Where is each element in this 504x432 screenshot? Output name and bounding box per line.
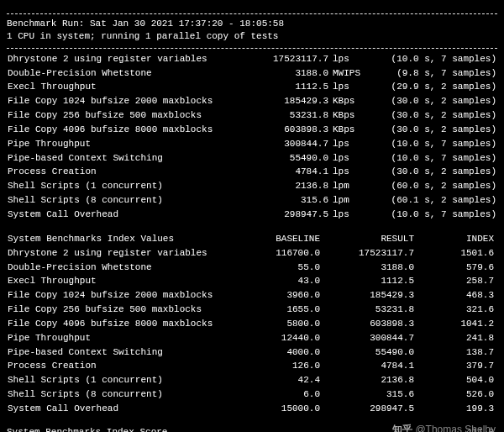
- index-table: System Benchmarks Index Values BASELINE …: [7, 232, 497, 416]
- index-baseline: 3960.0: [244, 288, 321, 303]
- result-unit: lps: [329, 137, 370, 151]
- index-baseline: 12440.0: [244, 331, 321, 345]
- results-row: Double-Precision Whetstone3188.0MWIPS(9.…: [7, 66, 497, 81]
- result-value: 315.6: [244, 193, 329, 208]
- divider: [7, 13, 497, 14]
- result-value: 4784.1: [244, 165, 329, 179]
- index-index: 199.3: [415, 402, 497, 416]
- index-index: 504.0: [415, 373, 497, 387]
- index-index: 258.7: [415, 274, 497, 288]
- index-baseline: 5800.0: [244, 317, 321, 331]
- index-name: Process Creation: [7, 359, 244, 373]
- results-row: Shell Scripts (1 concurrent)2136.8lpm(60…: [7, 179, 497, 193]
- result-note: (10.0 s, 7 samples): [370, 151, 497, 166]
- result-value: 3188.0: [244, 66, 329, 81]
- results-row: File Copy 256 bufsize 500 maxblocks53231…: [7, 108, 497, 123]
- index-row: Process Creation126.04784.1379.7: [7, 359, 497, 373]
- result-note: (30.0 s, 2 samples): [370, 123, 497, 137]
- index-result: 3188.0: [321, 261, 415, 275]
- index-name: Execl Throughput: [7, 274, 244, 288]
- index-result: 4784.1: [321, 359, 415, 373]
- index-name: Pipe-based Context Switching: [7, 345, 244, 360]
- index-result: 315.6: [321, 387, 415, 402]
- index-result: 185429.3: [321, 288, 415, 303]
- index-row: Pipe Throughput12440.0300844.7241.8: [7, 331, 497, 345]
- result-unit: lps: [329, 80, 370, 94]
- index-name: Double-Precision Whetstone: [7, 261, 244, 275]
- index-row: Pipe-based Context Switching4000.055490.…: [7, 345, 497, 360]
- result-unit: KBps: [329, 108, 370, 123]
- result-note: (60.0 s, 2 samples): [370, 179, 497, 193]
- result-unit: lpm: [329, 193, 370, 208]
- index-result: 300844.7: [321, 331, 415, 345]
- index-header-result: RESULT: [321, 232, 415, 246]
- divider: [7, 48, 497, 49]
- index-result: 53231.8: [321, 303, 415, 317]
- index-result: 1112.5: [321, 274, 415, 288]
- score-label: System Benchmarks Index Score: [7, 426, 242, 432]
- index-result: 603898.3: [321, 317, 415, 331]
- results-row: Shell Scripts (8 concurrent)315.6lpm(60.…: [7, 193, 497, 208]
- result-name: Double-Precision Whetstone: [7, 66, 244, 81]
- index-name: Pipe Throughput: [7, 331, 244, 345]
- index-name: Dhrystone 2 using register variables: [7, 246, 244, 261]
- results-row: Process Creation4784.1lps(30.0 s, 2 samp…: [7, 165, 497, 179]
- result-unit: lps: [329, 208, 370, 222]
- result-name: Execl Throughput: [7, 80, 244, 94]
- result-value: 17523117.7: [244, 52, 329, 66]
- result-unit: KBps: [329, 94, 370, 108]
- results-row: Execl Throughput1112.5lps(29.9 s, 2 samp…: [7, 80, 497, 94]
- result-unit: lps: [329, 165, 370, 179]
- result-value: 300844.7: [244, 137, 329, 151]
- index-result: 17523117.7: [321, 246, 415, 261]
- index-header-title: System Benchmarks Index Values: [7, 232, 244, 246]
- index-index: 526.0: [415, 387, 497, 402]
- index-index: 379.7: [415, 359, 497, 373]
- result-value: 1112.5: [244, 80, 329, 94]
- score-row: System Benchmarks Index Score 411.8: [7, 426, 497, 432]
- result-name: System Call Overhead: [7, 208, 244, 222]
- index-name: File Copy 1024 bufsize 2000 maxblocks: [7, 288, 244, 303]
- result-note: (10.0 s, 7 samples): [370, 208, 497, 222]
- index-row: Shell Scripts (8 concurrent)6.0315.6526.…: [7, 387, 497, 402]
- index-name: System Call Overhead: [7, 402, 244, 416]
- result-unit: lpm: [329, 179, 370, 193]
- result-value: 53231.8: [244, 108, 329, 123]
- score-value: 411.8: [466, 426, 497, 432]
- results-row: File Copy 1024 bufsize 2000 maxblocks185…: [7, 94, 497, 108]
- run-header-line2: 1 CPU in system; running 1 parallel copy…: [7, 30, 497, 43]
- index-index: 579.6: [415, 261, 497, 275]
- index-baseline: 15000.0: [244, 402, 321, 416]
- index-result: 298947.5: [321, 402, 415, 416]
- result-value: 603898.3: [244, 123, 329, 137]
- index-baseline: 1655.0: [244, 303, 321, 317]
- index-index: 1501.6: [415, 246, 497, 261]
- index-row: File Copy 4096 bufsize 8000 maxblocks580…: [7, 317, 497, 331]
- result-note: (9.8 s, 7 samples): [370, 66, 497, 81]
- result-unit: lps: [329, 151, 370, 166]
- result-name: File Copy 4096 bufsize 8000 maxblocks: [7, 123, 244, 137]
- result-name: Pipe Throughput: [7, 137, 244, 151]
- result-unit: lps: [329, 52, 370, 66]
- result-value: 2136.8: [244, 179, 329, 193]
- index-index: 468.3: [415, 288, 497, 303]
- results-row: File Copy 4096 bufsize 8000 maxblocks603…: [7, 123, 497, 137]
- result-name: File Copy 1024 bufsize 2000 maxblocks: [7, 94, 244, 108]
- index-baseline: 126.0: [244, 359, 321, 373]
- results-row: System Call Overhead298947.5lps(10.0 s, …: [7, 208, 497, 222]
- index-baseline: 6.0: [244, 387, 321, 402]
- index-baseline: 43.0: [244, 274, 321, 288]
- index-header-row: System Benchmarks Index Values BASELINE …: [7, 232, 497, 246]
- result-note: (10.0 s, 7 samples): [370, 52, 497, 66]
- index-index: 138.7: [415, 345, 497, 360]
- result-name: Dhrystone 2 using register variables: [7, 52, 244, 66]
- result-unit: MWIPS: [329, 66, 370, 81]
- index-baseline: 116700.0: [244, 246, 321, 261]
- results-row: Pipe-based Context Switching55490.0lps(1…: [7, 151, 497, 166]
- result-name: Pipe-based Context Switching: [7, 151, 244, 166]
- results-row: Pipe Throughput300844.7lps(10.0 s, 7 sam…: [7, 137, 497, 151]
- result-note: (10.0 s, 7 samples): [370, 137, 497, 151]
- index-row: Shell Scripts (1 concurrent)42.42136.850…: [7, 373, 497, 387]
- index-row: Dhrystone 2 using register variables1167…: [7, 246, 497, 261]
- result-value: 298947.5: [244, 208, 329, 222]
